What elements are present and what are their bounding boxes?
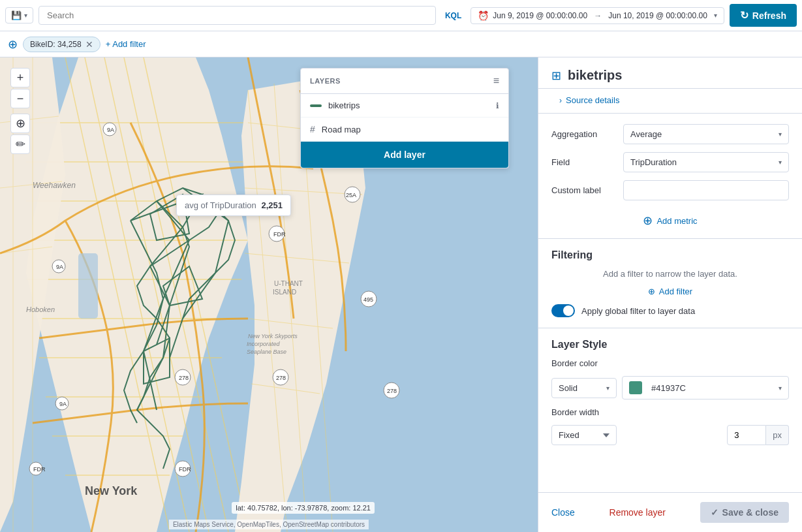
toggle-knob: [563, 305, 574, 316]
rp-source-row: › Source details: [538, 89, 802, 114]
tooltip-value: 2,251: [261, 200, 283, 210]
field-label: Field: [551, 157, 623, 167]
add-filter-button[interactable]: ⊕ Add filter: [648, 287, 692, 296]
layer-style-section: Layer Style Border color Solid ▾ #41937C…: [538, 328, 802, 456]
svg-text:495: 495: [363, 296, 373, 303]
add-filter-label: Add filter: [659, 287, 692, 296]
refresh-button[interactable]: ↻ Refresh: [730, 4, 797, 27]
color-hex: #41937C: [651, 383, 686, 393]
search-input[interactable]: [39, 6, 436, 25]
svg-text:278: 278: [387, 388, 397, 394]
layers-title: LAYERS: [310, 77, 341, 85]
layers-menu-icon[interactable]: ≡: [493, 75, 499, 87]
aggregation-select[interactable]: Average ▾: [623, 124, 789, 144]
border-color-row: Solid ▾ #41937C ▾: [551, 376, 789, 399]
top-bar: 💾 ▾ KQL ⏰ Jun 9, 2019 @ 00:00:00.00 → Ju…: [0, 0, 802, 31]
border-style-select[interactable]: Solid ▾: [551, 378, 617, 398]
color-swatch: [629, 381, 642, 394]
svg-text:FDR: FDR: [33, 466, 46, 473]
svg-text:9A: 9A: [56, 264, 63, 270]
close-button[interactable]: Close: [551, 507, 575, 518]
svg-text:FDR: FDR: [179, 466, 191, 473]
time-picker[interactable]: ⏰ Jun 9, 2019 @ 00:00:00.00 → Jun 10, 20…: [470, 7, 724, 24]
svg-text:New York Skyports: New York Skyports: [248, 333, 298, 339]
filter-chip: BikeID: 34,258 ✕: [23, 37, 100, 52]
save-close-label: Save & close: [722, 507, 779, 518]
svg-text:Hoboken: Hoboken: [26, 305, 55, 313]
map-controls: + − ⊕ ✏: [10, 68, 30, 154]
map-container[interactable]: Weehawken Hoboken New York U-THANT ISLAN…: [0, 57, 538, 532]
aggregation-row: Aggregation Average ▾: [551, 124, 789, 144]
border-width-unit: px: [766, 425, 789, 445]
add-layer-button[interactable]: Add layer: [301, 142, 508, 168]
time-to: Jun 10, 2019 @ 00:00:00.00: [608, 11, 707, 20]
expand-icon: ⊞: [551, 69, 561, 83]
border-width-type-select[interactable]: Fixed: [551, 425, 617, 445]
layers-panel: LAYERS ≡ biketrips ℹ # Road map Add laye…: [300, 68, 509, 168]
chevron-down-icon: ▾: [24, 12, 27, 19]
field-select[interactable]: TripDuration ▾: [623, 152, 789, 172]
plus-icon: ⊕: [648, 287, 655, 296]
border-width-label: Border width: [551, 407, 623, 417]
global-filter-row: Apply global filter to layer data: [551, 304, 789, 317]
locate-button[interactable]: ⊕: [10, 114, 30, 133]
chevron-down-icon: ▾: [779, 384, 782, 392]
color-select[interactable]: #41937C ▾: [622, 376, 789, 399]
global-filter-toggle[interactable]: [551, 304, 575, 317]
field-row: Field TripDuration ▾: [551, 152, 789, 172]
kql-toggle[interactable]: KQL: [441, 10, 465, 22]
roadmap-layer-label: Road map: [322, 125, 361, 134]
remove-layer-button[interactable]: Remove layer: [609, 507, 666, 518]
filter-bar: ⊕ BikeID: 34,258 ✕ + Add filter: [0, 31, 802, 57]
custom-label-label: Custom label: [551, 185, 623, 195]
main-area: Weehawken Hoboken New York U-THANT ISLAN…: [0, 57, 802, 532]
source-details-link[interactable]: Source details: [566, 95, 619, 105]
filter-icon-button[interactable]: ⊕: [8, 37, 18, 52]
svg-text:Weehawken: Weehawken: [33, 181, 76, 190]
svg-text:Incorporated: Incorporated: [247, 341, 281, 347]
custom-label-input[interactable]: [623, 180, 789, 200]
map-attribution: Elastic Maps Service, OpenMapTiles, Open…: [169, 520, 369, 529]
zoom-in-button[interactable]: +: [10, 68, 30, 87]
tooltip-label: avg of TripDuration: [185, 200, 256, 210]
save-button[interactable]: 💾 ▾: [5, 7, 33, 23]
add-metric-button[interactable]: ⊕ Add metric: [551, 208, 789, 228]
border-width-label-row: Border width: [551, 407, 789, 417]
aggregation-value: Average: [630, 129, 662, 139]
save-close-button[interactable]: ✓ Save & close: [700, 502, 789, 523]
right-panel: ⊞ biketrips › Source details Aggregation…: [538, 57, 802, 532]
layer-info-icon[interactable]: ℹ: [496, 101, 499, 110]
filtering-title: Filtering: [551, 249, 789, 261]
add-filter-row: ⊕ Add filter: [551, 287, 789, 296]
filter-hint: Add a filter to narrow the layer data.: [551, 269, 789, 279]
draw-button[interactable]: ✏: [10, 134, 30, 154]
svg-text:278: 278: [276, 375, 286, 381]
layer-title: biketrips: [568, 68, 622, 83]
refresh-label: Refresh: [752, 10, 786, 21]
chevron-down-icon: ▾: [606, 384, 609, 392]
custom-label-row: Custom label: [551, 180, 789, 200]
aggregation-label: Aggregation: [551, 129, 623, 139]
border-width-row: Fixed px: [551, 425, 789, 445]
chevron-down-icon: ▾: [779, 159, 782, 166]
chip-close-button[interactable]: ✕: [85, 39, 93, 50]
rp-bottom-bar: Close Remove layer ✓ Save & close: [538, 492, 802, 532]
border-width-input[interactable]: [727, 425, 766, 445]
svg-text:U-THANT: U-THANT: [274, 280, 303, 287]
source-chevron-icon: ›: [559, 96, 562, 105]
roadmap-layer-item[interactable]: # Road map: [301, 117, 508, 142]
filtering-section: Filtering Add a filter to narrow the lay…: [538, 239, 802, 328]
refresh-icon: ↻: [740, 9, 748, 22]
plus-icon: ⊕: [643, 213, 653, 228]
aggregation-select-wrapper: Average ▾: [623, 124, 789, 144]
svg-text:ISLAND: ISLAND: [273, 289, 296, 296]
svg-text:9A: 9A: [59, 401, 67, 407]
zoom-out-button[interactable]: −: [10, 89, 30, 108]
rp-header: ⊞ biketrips: [538, 57, 802, 89]
biketrips-layer-label: biketrips: [328, 101, 360, 110]
aggregation-section: Aggregation Average ▾ Field TripDuration…: [538, 114, 802, 239]
add-filter-button[interactable]: + Add filter: [106, 39, 146, 49]
biketrips-layer-item[interactable]: biketrips ℹ: [301, 94, 508, 117]
svg-text:Seaplane Base: Seaplane Base: [247, 349, 286, 355]
svg-text:25A: 25A: [346, 192, 356, 198]
